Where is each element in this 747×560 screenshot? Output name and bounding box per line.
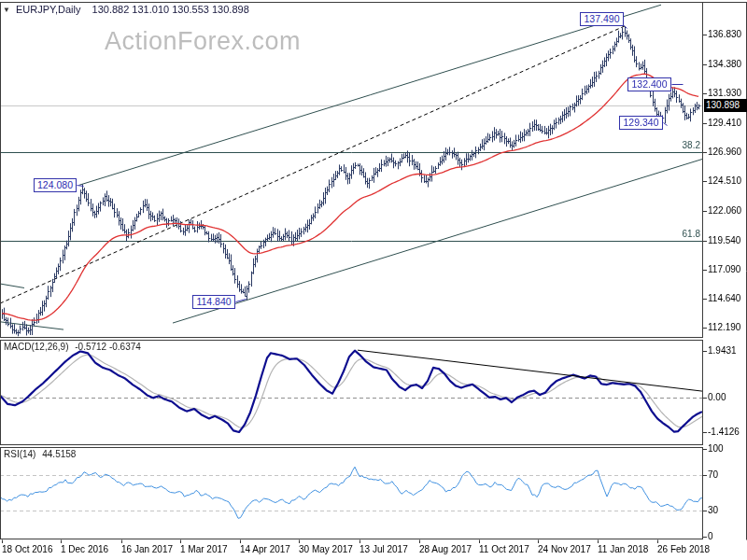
date-axis-label: 28 Aug 2017 [419,544,472,554]
price-axis-label: 112.190 [708,322,740,332]
date-axis-label: 18 Oct 2016 [2,544,52,554]
fib-level-label: 61.8 [658,229,700,239]
price-annotation: 114.840 [192,295,235,309]
date-axis-label: 30 May 2017 [299,544,353,554]
price-axis-label: 117.090 [708,264,740,274]
date-axis-label: 16 Jan 2017 [121,544,173,554]
rsi-axis-label: 100 [708,443,724,454]
date-axis-label: 1 Dec 2016 [61,544,108,554]
date-axis-label: 1 Mar 2017 [180,544,228,554]
price-axis-label: 122.060 [708,205,741,216]
price-annotation: 132.400 [627,77,671,91]
rsi-axis-label: 0 [708,531,713,541]
macd-axis-label: 1.9431 [708,345,737,356]
macd-axis-label: -1.4126 [708,427,740,437]
price-axis-label: 124.510 [708,175,741,186]
price-axis-label: 129.410 [708,118,741,128]
rsi-axis-label: 30 [708,505,718,515]
price-axis-label: 134.380 [708,59,741,69]
date-axis-label: 13 Jul 2017 [359,544,408,554]
price-annotation: 137.490 [580,12,624,26]
price-axis-label: 131.930 [708,88,741,98]
date-axis-label: 26 Feb 2018 [657,544,710,554]
price-axis-label: 126.960 [708,147,741,157]
chart-window: ActionForex.com ▼ EURJPY,Daily 130.882 1… [0,0,747,560]
price-annotation: 129.340 [619,116,663,130]
price-annotation: 124.080 [34,178,77,192]
fib-level-label: 38.2 [658,140,700,150]
date-axis-label: 11 Jan 2018 [598,544,648,554]
price-axis-label: 136.830 [708,29,741,39]
rsi-axis-label: 70 [708,469,718,480]
macd-axis-label: 0.00 [708,392,726,402]
date-axis-label: 11 Oct 2017 [479,544,529,554]
date-axis-label: 14 Apr 2017 [240,544,290,554]
axis-labels-layer: 136.830134.380131.930129.410126.960124.5… [0,0,747,560]
date-axis-label: 24 Nov 2017 [538,544,591,554]
price-axis-label: 119.540 [708,235,740,245]
price-axis-label: 114.640 [708,293,740,303]
